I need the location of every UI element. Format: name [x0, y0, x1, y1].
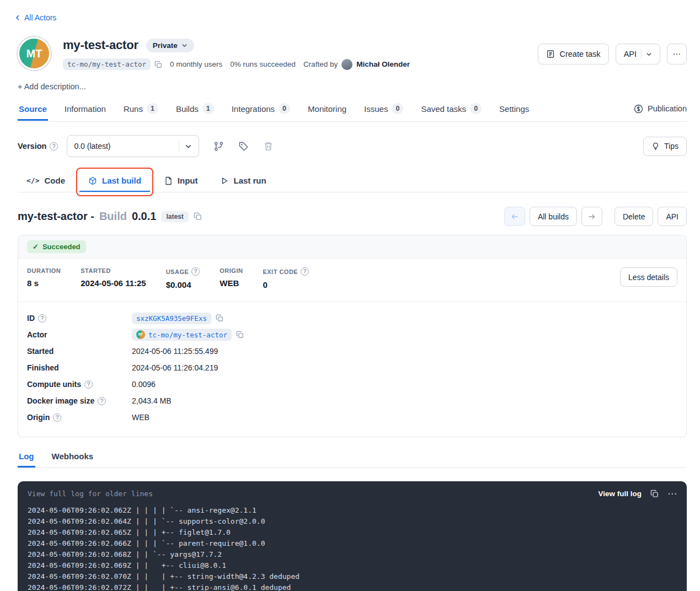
stat-label: STARTED [81, 267, 111, 274]
tips-button[interactable]: Tips [643, 137, 687, 156]
stat-exit-code: EXIT CODE? 0 [263, 267, 309, 289]
runs-succeeded: 0% runs succeeded [230, 60, 296, 68]
actor-id-badge[interactable]: tc-mo/my-test-actor [63, 58, 151, 70]
api-label: API [666, 212, 678, 221]
tab-settings[interactable]: Settings [498, 104, 530, 121]
help-icon[interactable]: ? [98, 397, 106, 405]
tab-builds[interactable]: Builds1 [175, 103, 215, 121]
create-task-button[interactable]: Create task [538, 44, 608, 65]
copy-icon[interactable] [236, 331, 244, 339]
trash-icon[interactable] [263, 141, 274, 152]
breadcrumb[interactable]: All Actors [14, 13, 56, 22]
help-icon[interactable]: ? [301, 267, 309, 276]
tab-monitoring[interactable]: Monitoring [307, 104, 348, 121]
stat-usage: USAGE? $0.004 [166, 267, 200, 289]
build-word: Build [99, 210, 127, 223]
build-card: ✓ Succeeded DURATION 8 s STARTED 2024-05… [18, 235, 687, 437]
all-builds-label: All builds [538, 212, 569, 221]
status-badge: ✓ Succeeded [27, 240, 86, 253]
tab-issues[interactable]: Issues0 [363, 103, 404, 121]
help-icon[interactable]: ? [191, 267, 200, 276]
latest-badge: latest [161, 211, 188, 222]
tab-saved-tasks[interactable]: Saved tasks0 [420, 103, 483, 121]
tag-icon[interactable] [238, 141, 249, 152]
tab-runs[interactable]: Runs1 [122, 103, 159, 121]
build-version: 0.0.1 [132, 210, 156, 223]
build-id-badge[interactable]: sxzKGK5A93Se9FExs [132, 313, 211, 324]
detail-row-docker-image-size: Docker image size? 2,043.4 MB [27, 393, 677, 409]
log-line: 2024-05-06T09:26:02.070Z | | | +-- strin… [28, 571, 677, 582]
actor-link-badge[interactable]: MT tc-mo/my-test-actor [132, 329, 232, 341]
crafted-by-label: Crafted by [303, 60, 338, 68]
detail-label: Finished [27, 363, 59, 372]
copy-icon[interactable] [154, 61, 162, 68]
tab-label: Runs [124, 104, 143, 114]
tab-label: Last build [102, 176, 141, 185]
detail-label: ID [27, 314, 35, 323]
tab-source[interactable]: Source [18, 104, 48, 121]
tab-label: Information [65, 104, 106, 114]
help-icon[interactable]: ? [50, 142, 58, 151]
publication-link[interactable]: Publication [634, 104, 687, 121]
copy-icon[interactable] [194, 212, 202, 221]
tab-integrations[interactable]: Integrations0 [231, 103, 291, 121]
build-title: my-test-actor - Build 0.0.1 latest [18, 210, 202, 223]
visibility-badge[interactable]: Private [146, 39, 194, 52]
version-select[interactable]: 0.0 (latest) [67, 135, 199, 157]
api-button[interactable]: API [658, 207, 687, 226]
api-dropdown-button[interactable]: API [616, 44, 660, 65]
tab-information[interactable]: Information [63, 104, 107, 121]
tips-label: Tips [664, 142, 678, 151]
tab-label: Source [19, 104, 47, 114]
version-tools [213, 141, 274, 152]
delete-button[interactable]: Delete [614, 207, 653, 226]
author-link[interactable]: Michał Olender [356, 60, 410, 68]
detail-row-finished: Finished 2024-05-06 11:26:04.219 [27, 359, 677, 376]
detail-value: 2024-05-06 11:26:04.219 [132, 363, 218, 372]
tab-log[interactable]: Log [18, 452, 35, 468]
stat-started: STARTED 2024-05-06 11:25 [81, 267, 146, 288]
publication-icon [634, 104, 643, 114]
help-icon[interactable]: ? [53, 413, 61, 422]
tab-last-build[interactable]: Last build [79, 169, 150, 192]
next-build-button[interactable] [581, 207, 602, 226]
tab-code[interactable]: </> Code [18, 169, 74, 192]
add-description-link[interactable]: + Add description... [18, 82, 687, 91]
build-header: my-test-actor - Build 0.0.1 latest All b… [18, 207, 687, 226]
copy-icon[interactable] [650, 490, 659, 498]
visibility-label: Private [153, 41, 178, 50]
crafted-by: Crafted by Michał Olender [303, 59, 410, 70]
api-label: API [624, 50, 637, 58]
previous-build-button[interactable] [504, 207, 525, 226]
detail-row-origin: Origin? WEB [27, 409, 677, 426]
chevron-down-icon [185, 143, 192, 150]
all-builds-button[interactable]: All builds [530, 207, 577, 226]
stat-value: 8 s [27, 278, 61, 288]
tab-webhooks[interactable]: Webhooks [51, 452, 95, 468]
tab-label: Builds [176, 104, 199, 114]
ellipsis-icon: ⋯ [673, 50, 681, 58]
git-branch-icon[interactable] [213, 141, 224, 152]
tab-label: Code [44, 176, 65, 185]
stat-value: WEB [220, 278, 243, 288]
stat-duration: DURATION 8 s [27, 267, 61, 288]
actor-avatar-icon: MT [136, 330, 145, 339]
detail-value: WEB [132, 413, 149, 422]
detail-value: 0.0096 [132, 380, 156, 389]
help-icon[interactable]: ? [38, 314, 46, 323]
breadcrumb-label: All Actors [24, 13, 56, 22]
view-older-lines-link[interactable]: View full log for older lines [28, 490, 153, 498]
more-actions-button[interactable]: ⋯ [667, 44, 687, 65]
actor-avatar: MT [18, 37, 51, 70]
view-tab-bar: </> Code Last build Input Last run [18, 169, 687, 192]
tab-input[interactable]: Input [156, 169, 207, 192]
less-details-button[interactable]: Less details [620, 267, 677, 287]
stat-label: EXIT CODE [263, 268, 298, 275]
publication-label: Publication [648, 104, 687, 113]
help-icon[interactable]: ? [84, 380, 93, 389]
chevron-down-icon [181, 42, 188, 49]
view-full-log-link[interactable]: View full log [598, 490, 642, 498]
copy-icon[interactable] [216, 314, 223, 322]
log-more-icon[interactable]: ⋯ [667, 489, 677, 498]
tab-last-run[interactable]: Last run [212, 169, 275, 192]
